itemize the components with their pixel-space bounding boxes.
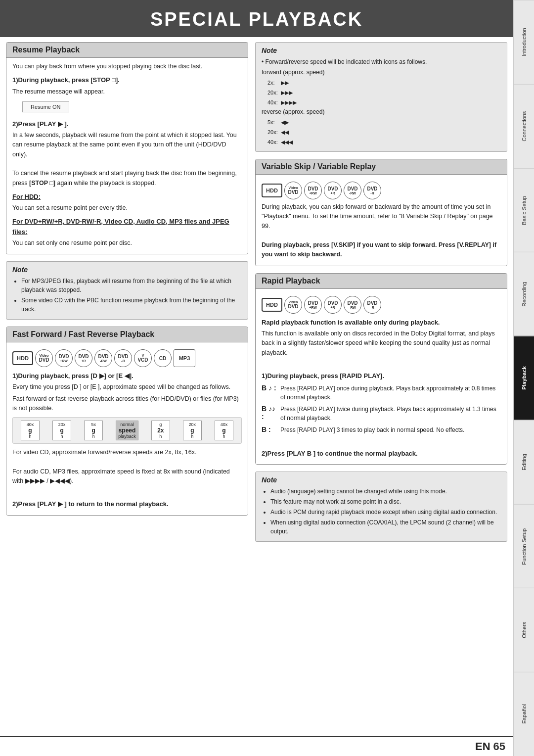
speed-20x-fwd: 20x g h bbox=[183, 421, 202, 440]
ff-step1-note: Fast forward or fast reverse playback ac… bbox=[12, 394, 242, 414]
vs-badge-dvd-video: Video DVD bbox=[284, 182, 302, 199]
rapid-text-3: Press [RAPID PLAY] 3 times to play back … bbox=[280, 425, 464, 434]
forward-label: forward (approx. speed) bbox=[262, 68, 501, 77]
disc-badges-rp: HDD Video DVD DVD +RW DVD +R bbox=[262, 296, 501, 314]
badge-dvd-minusrw: DVD -RW bbox=[94, 349, 112, 367]
speed-5x-rev: 5x g h bbox=[84, 421, 103, 440]
speed-normal: normal speed playback bbox=[116, 421, 138, 440]
forward-40x: 40x: ▶▶▶▶ bbox=[267, 98, 501, 108]
cancel-desc: To cancel the resume playback and start … bbox=[12, 169, 242, 188]
sidebar: Introduction Connections Basic Setup Rec… bbox=[513, 0, 534, 756]
speed-note-title: Note bbox=[262, 47, 501, 54]
rapid-avail-note: Rapid playback function is available onl… bbox=[262, 318, 501, 328]
rapid-note-1: Audio (language) setting cannot be chang… bbox=[270, 487, 501, 496]
resume-playback-title: Resume Playback bbox=[6, 43, 248, 58]
rapid-note-title: Note bbox=[262, 476, 501, 484]
step1-label: 1)During playback, press [STOP □]. bbox=[12, 75, 242, 85]
disc-badges-ff: HDD Video DVD DVD +RW DVD bbox=[12, 349, 242, 367]
vs-badge-dvd-plusrw: DVD +RW bbox=[304, 182, 322, 199]
rapid-note-box: Note Audio (language) setting cannot be … bbox=[255, 472, 507, 542]
resume-intro: You can play back from where you stopped… bbox=[12, 62, 242, 71]
rapid-note-2: This feature may not work at some point … bbox=[270, 497, 501, 506]
speed-2x-fwd: g 2x h bbox=[151, 421, 170, 440]
resume-note-box: Note For MP3/JPEG files, playback will r… bbox=[6, 261, 248, 320]
sidebar-tab-connections[interactable]: Connections bbox=[514, 84, 534, 168]
ff-step2-label: 2)Press [PLAY ▶ ] to return to the norma… bbox=[12, 499, 242, 509]
for-hdd-label: For HDD: bbox=[12, 192, 242, 202]
page-footer: EN 65 bbox=[0, 736, 513, 756]
rapid-note-list: Audio (language) setting cannot be chang… bbox=[262, 487, 501, 536]
rapid-step1-label: 1)During playback, press [RAPID PLAY]. bbox=[262, 371, 501, 381]
rp-badge-dvd-plusr: DVD +R bbox=[324, 296, 342, 314]
rapid-symbol-3: B : bbox=[262, 425, 276, 433]
resume-playback-section: Resume Playback You can play back from w… bbox=[6, 42, 248, 254]
for-dvd-desc: You can set only one resume point per di… bbox=[12, 238, 242, 248]
speed-20x-rev: 20x g h bbox=[52, 421, 71, 440]
variable-skip-step: During playback, press [V.SKIP] if you w… bbox=[262, 240, 501, 260]
vs-badge-dvd-minusrw: DVD -RW bbox=[344, 182, 361, 199]
forward-speed-icons: 2x: ▶▶ 20x: ▶▶▶ 40x: ▶▶▶▶ bbox=[267, 78, 501, 107]
forward-20x: 20x: ▶▶▶ bbox=[267, 88, 501, 98]
badge-dvd-video: Video DVD bbox=[35, 349, 53, 367]
rapid-symbol-1: B ♪ : bbox=[262, 384, 276, 392]
rp-badge-dvd-plusrw: DVD +RW bbox=[304, 296, 322, 314]
disc-badges-vs: HDD Video DVD DVD +RW DVD +R bbox=[262, 182, 501, 199]
rapid-text-2: Press [RAPID PLAY] twice during playback… bbox=[280, 405, 501, 423]
speed-note-intro: • Forward/reverse speed will be indicate… bbox=[262, 57, 501, 66]
rp-badge-hdd: HDD bbox=[262, 298, 282, 312]
step1-desc: The resume message will appear. bbox=[12, 87, 242, 96]
page-number: 65 bbox=[493, 740, 505, 753]
rapid-note-4: When using digital audio connection (COA… bbox=[270, 518, 501, 536]
speed-40x-fwd: 40x g h bbox=[215, 421, 233, 440]
resume-note-item-2: Some video CD with the PBC function resu… bbox=[21, 296, 242, 314]
rapid-note-3: Audio is PCM during rapid playback mode … bbox=[270, 508, 501, 517]
sidebar-tab-espanol[interactable]: Español bbox=[514, 672, 534, 756]
badge-mp3: MP3 bbox=[174, 349, 195, 367]
speed-40x-rev: 40x g h bbox=[21, 421, 40, 440]
rapid-item-2: B ♪♪ : Press [RAPID PLAY] twice during p… bbox=[262, 405, 501, 423]
rapid-text-1: Press [RAPID PLAY] once during playback.… bbox=[280, 384, 501, 402]
fast-forward-section: Fast Forward / Fast Reverse Playback HDD… bbox=[6, 327, 248, 516]
vcd-note: For video CD, approximate forward/revers… bbox=[12, 448, 242, 457]
rapid-item-3: B : Press [RAPID PLAY] 3 times to play b… bbox=[262, 425, 501, 434]
for-dvd-label: For DVD+RW/+R, DVD-RW/-R, Video CD, Audi… bbox=[12, 217, 242, 236]
rapid-playback-title: Rapid Playback bbox=[256, 274, 507, 289]
vs-badge-dvd-plusr: DVD +R bbox=[324, 182, 342, 199]
ff-step1-desc: Every time you press [D ] or [E ], appro… bbox=[12, 382, 242, 392]
resume-note-item-1: For MP3/JPEG files, playback will resume… bbox=[21, 277, 242, 294]
forward-2x: 2x: ▶▶ bbox=[267, 78, 501, 88]
rp-badge-dvd-minusr: DVD -R bbox=[363, 296, 381, 314]
step2-desc: In a few seconds, playback will resume f… bbox=[12, 131, 242, 159]
rp-badge-dvd-minusrw: DVD -RW bbox=[344, 296, 361, 314]
page-title: SPECIAL PLAYBACK bbox=[0, 0, 513, 37]
speed-diagram: 40x g h 20x g h 5x g bbox=[12, 417, 242, 444]
sidebar-tab-editing[interactable]: Editing bbox=[514, 420, 534, 504]
variable-skip-title: Variable Skip / Variable Replay bbox=[256, 159, 507, 175]
sidebar-tab-function-setup[interactable]: Function Setup bbox=[514, 504, 534, 588]
variable-skip-desc: During playback, you can skip forward or… bbox=[262, 202, 501, 231]
rapid-step2-label: 2)Press [PLAY B ] to continue the normal… bbox=[262, 449, 501, 459]
en-label: EN bbox=[475, 740, 490, 753]
resume-on-box: Resume ON bbox=[22, 101, 69, 112]
sidebar-tab-others[interactable]: Others bbox=[514, 588, 534, 672]
audio-note: For audio CD, MP3 files, approximate spe… bbox=[12, 467, 242, 486]
badge-cd: CD bbox=[154, 349, 172, 367]
badge-vcd: V VCD bbox=[134, 349, 152, 367]
rapid-desc: This function is available only on discs… bbox=[262, 329, 501, 358]
vs-badge-hdd: HDD bbox=[262, 184, 282, 197]
sidebar-tab-playback[interactable]: Playback bbox=[514, 336, 534, 420]
reverse-20x: 20x: ◀◀ bbox=[267, 128, 501, 138]
sidebar-tab-recording[interactable]: Recording bbox=[514, 252, 534, 336]
vs-badge-dvd-minusr: DVD -R bbox=[363, 182, 381, 199]
reverse-5x: 5x: ◀▶ bbox=[267, 118, 501, 128]
reverse-label: reverse (approx. speed) bbox=[262, 107, 501, 116]
sidebar-tab-introduction[interactable]: Introduction bbox=[514, 0, 534, 84]
rp-badge-dvd-video: Video DVD bbox=[284, 296, 302, 314]
badge-hdd: HDD bbox=[12, 351, 33, 365]
badge-dvd-plusr: DVD +R bbox=[75, 349, 92, 367]
sidebar-tab-basic-setup[interactable]: Basic Setup bbox=[514, 168, 534, 252]
reverse-speed-icons: 5x: ◀▶ 20x: ◀◀ 40x: ◀◀◀ bbox=[267, 118, 501, 147]
step2-label: 2)Press [PLAY ▶ ]. bbox=[12, 119, 242, 129]
reverse-40x: 40x: ◀◀◀ bbox=[267, 138, 501, 147]
rapid-item-1: B ♪ : Press [RAPID PLAY] once during pla… bbox=[262, 384, 501, 402]
